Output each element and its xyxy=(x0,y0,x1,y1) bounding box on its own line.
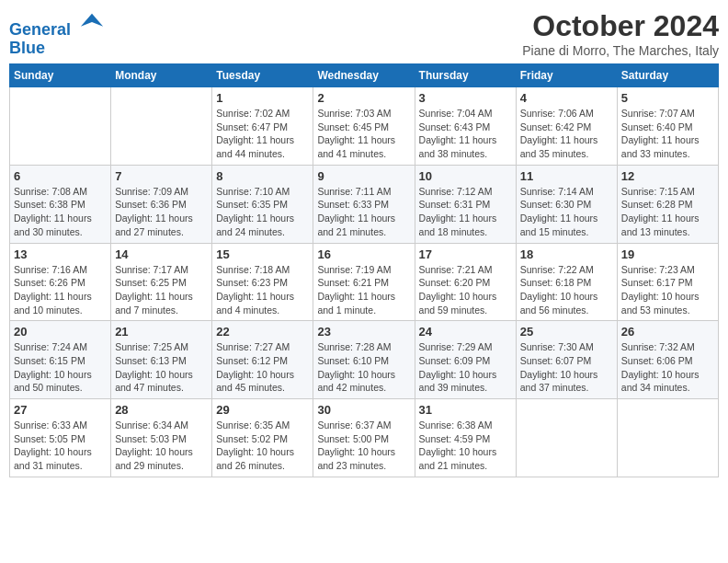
day-info: Sunrise: 6:37 AM Sunset: 5:00 PM Dayligh… xyxy=(317,419,410,473)
calendar-cell: 5Sunrise: 7:07 AM Sunset: 6:40 PM Daylig… xyxy=(617,87,718,166)
day-info: Sunrise: 7:06 AM Sunset: 6:42 PM Dayligh… xyxy=(520,107,613,161)
calendar-cell: 17Sunrise: 7:21 AM Sunset: 6:20 PM Dayli… xyxy=(415,243,516,321)
day-number: 26 xyxy=(621,325,714,339)
logo-text-general: General xyxy=(9,20,71,39)
calendar-cell: 29Sunrise: 6:35 AM Sunset: 5:02 PM Dayli… xyxy=(212,399,313,477)
day-info: Sunrise: 6:38 AM Sunset: 4:59 PM Dayligh… xyxy=(419,419,512,473)
calendar-cell: 27Sunrise: 6:33 AM Sunset: 5:05 PM Dayli… xyxy=(10,399,111,477)
day-number: 4 xyxy=(520,91,613,105)
calendar-cell: 1Sunrise: 7:02 AM Sunset: 6:47 PM Daylig… xyxy=(212,87,313,166)
calendar-cell: 21Sunrise: 7:25 AM Sunset: 6:13 PM Dayli… xyxy=(111,321,212,399)
day-number: 8 xyxy=(216,169,309,183)
calendar-cell: 30Sunrise: 6:37 AM Sunset: 5:00 PM Dayli… xyxy=(313,399,415,477)
day-number: 20 xyxy=(14,325,107,339)
calendar-week-row: 27Sunrise: 6:33 AM Sunset: 5:05 PM Dayli… xyxy=(10,399,719,477)
day-info: Sunrise: 7:23 AM Sunset: 6:17 PM Dayligh… xyxy=(621,263,714,317)
day-number: 21 xyxy=(115,325,208,339)
logo-bird-icon xyxy=(79,9,105,35)
weekday-header-thursday: Thursday xyxy=(415,64,516,87)
day-number: 15 xyxy=(216,247,309,261)
day-number: 11 xyxy=(520,169,613,183)
weekday-header-wednesday: Wednesday xyxy=(313,64,415,87)
calendar-cell: 23Sunrise: 7:28 AM Sunset: 6:10 PM Dayli… xyxy=(313,321,415,399)
day-number: 2 xyxy=(317,91,410,105)
day-number: 9 xyxy=(317,169,410,183)
day-info: Sunrise: 7:32 AM Sunset: 6:06 PM Dayligh… xyxy=(621,340,714,395)
day-info: Sunrise: 7:24 AM Sunset: 6:15 PM Dayligh… xyxy=(14,340,107,395)
calendar-cell: 7Sunrise: 7:09 AM Sunset: 6:36 PM Daylig… xyxy=(111,165,212,243)
day-info: Sunrise: 7:22 AM Sunset: 6:18 PM Dayligh… xyxy=(520,263,613,317)
weekday-header-tuesday: Tuesday xyxy=(212,64,313,87)
month-title: October 2024 xyxy=(522,9,719,43)
day-number: 6 xyxy=(14,169,107,183)
calendar-table: SundayMondayTuesdayWednesdayThursdayFrid… xyxy=(9,63,719,477)
day-info: Sunrise: 7:04 AM Sunset: 6:43 PM Dayligh… xyxy=(419,107,512,161)
day-info: Sunrise: 6:34 AM Sunset: 5:03 PM Dayligh… xyxy=(115,419,208,473)
calendar-cell: 6Sunrise: 7:08 AM Sunset: 6:38 PM Daylig… xyxy=(10,165,111,243)
day-number: 10 xyxy=(419,169,512,183)
day-number: 28 xyxy=(115,403,208,417)
calendar-cell: 26Sunrise: 7:32 AM Sunset: 6:06 PM Dayli… xyxy=(617,321,718,399)
day-info: Sunrise: 6:33 AM Sunset: 5:05 PM Dayligh… xyxy=(14,419,107,473)
day-info: Sunrise: 7:08 AM Sunset: 6:38 PM Dayligh… xyxy=(14,185,107,239)
day-info: Sunrise: 7:07 AM Sunset: 6:40 PM Dayligh… xyxy=(621,107,714,161)
day-info: Sunrise: 7:14 AM Sunset: 6:30 PM Dayligh… xyxy=(520,185,613,239)
day-info: Sunrise: 7:10 AM Sunset: 6:35 PM Dayligh… xyxy=(216,185,309,239)
day-number: 29 xyxy=(216,403,309,417)
day-info: Sunrise: 7:25 AM Sunset: 6:13 PM Dayligh… xyxy=(115,340,208,395)
day-number: 27 xyxy=(14,403,107,417)
day-number: 19 xyxy=(621,247,714,261)
day-number: 12 xyxy=(621,169,714,183)
calendar-cell: 4Sunrise: 7:06 AM Sunset: 6:42 PM Daylig… xyxy=(516,87,617,166)
calendar-cell: 10Sunrise: 7:12 AM Sunset: 6:31 PM Dayli… xyxy=(415,165,516,243)
calendar-cell: 9Sunrise: 7:11 AM Sunset: 6:33 PM Daylig… xyxy=(313,165,415,243)
calendar-week-row: 6Sunrise: 7:08 AM Sunset: 6:38 PM Daylig… xyxy=(10,165,719,243)
day-info: Sunrise: 7:11 AM Sunset: 6:33 PM Dayligh… xyxy=(317,185,410,239)
calendar-header-row: SundayMondayTuesdayWednesdayThursdayFrid… xyxy=(10,64,719,87)
day-info: Sunrise: 7:27 AM Sunset: 6:12 PM Dayligh… xyxy=(216,340,309,395)
svg-marker-0 xyxy=(81,14,103,27)
day-number: 7 xyxy=(115,169,208,183)
day-number: 24 xyxy=(419,325,512,339)
day-number: 3 xyxy=(419,91,512,105)
day-number: 22 xyxy=(216,325,309,339)
day-info: Sunrise: 7:02 AM Sunset: 6:47 PM Dayligh… xyxy=(216,107,309,161)
logo: General Blue xyxy=(9,9,105,58)
calendar-cell: 24Sunrise: 7:29 AM Sunset: 6:09 PM Dayli… xyxy=(415,321,516,399)
location: Piane di Morro, The Marches, Italy xyxy=(522,43,719,58)
title-section: October 2024 Piane di Morro, The Marches… xyxy=(522,9,719,58)
calendar-cell: 25Sunrise: 7:30 AM Sunset: 6:07 PM Dayli… xyxy=(516,321,617,399)
calendar-cell: 3Sunrise: 7:04 AM Sunset: 6:43 PM Daylig… xyxy=(415,87,516,166)
calendar-cell: 20Sunrise: 7:24 AM Sunset: 6:15 PM Dayli… xyxy=(10,321,111,399)
calendar-cell: 18Sunrise: 7:22 AM Sunset: 6:18 PM Dayli… xyxy=(516,243,617,321)
day-info: Sunrise: 7:30 AM Sunset: 6:07 PM Dayligh… xyxy=(520,340,613,395)
day-number: 23 xyxy=(317,325,410,339)
calendar-week-row: 13Sunrise: 7:16 AM Sunset: 6:26 PM Dayli… xyxy=(10,243,719,321)
calendar-cell: 12Sunrise: 7:15 AM Sunset: 6:28 PM Dayli… xyxy=(617,165,718,243)
calendar-cell: 13Sunrise: 7:16 AM Sunset: 6:26 PM Dayli… xyxy=(10,243,111,321)
day-info: Sunrise: 7:18 AM Sunset: 6:23 PM Dayligh… xyxy=(216,263,309,317)
day-number: 17 xyxy=(419,247,512,261)
day-number: 13 xyxy=(14,247,107,261)
calendar-cell xyxy=(111,87,212,166)
day-info: Sunrise: 7:12 AM Sunset: 6:31 PM Dayligh… xyxy=(419,185,512,239)
day-info: Sunrise: 7:16 AM Sunset: 6:26 PM Dayligh… xyxy=(14,263,107,317)
calendar-week-row: 1Sunrise: 7:02 AM Sunset: 6:47 PM Daylig… xyxy=(10,87,719,166)
day-info: Sunrise: 7:29 AM Sunset: 6:09 PM Dayligh… xyxy=(419,340,512,395)
calendar-cell xyxy=(617,399,718,477)
day-info: Sunrise: 6:35 AM Sunset: 5:02 PM Dayligh… xyxy=(216,419,309,473)
day-info: Sunrise: 7:28 AM Sunset: 6:10 PM Dayligh… xyxy=(317,340,410,395)
day-number: 18 xyxy=(520,247,613,261)
day-number: 14 xyxy=(115,247,208,261)
calendar-cell: 14Sunrise: 7:17 AM Sunset: 6:25 PM Dayli… xyxy=(111,243,212,321)
day-info: Sunrise: 7:09 AM Sunset: 6:36 PM Dayligh… xyxy=(115,185,208,239)
day-info: Sunrise: 7:19 AM Sunset: 6:21 PM Dayligh… xyxy=(317,263,410,317)
day-number: 16 xyxy=(317,247,410,261)
day-number: 30 xyxy=(317,403,410,417)
day-info: Sunrise: 7:17 AM Sunset: 6:25 PM Dayligh… xyxy=(115,263,208,317)
day-info: Sunrise: 7:03 AM Sunset: 6:45 PM Dayligh… xyxy=(317,107,410,161)
day-info: Sunrise: 7:15 AM Sunset: 6:28 PM Dayligh… xyxy=(621,185,714,239)
day-number: 1 xyxy=(216,91,309,105)
page-header: General Blue October 2024 Piane di Morro… xyxy=(9,9,719,58)
calendar-cell: 2Sunrise: 7:03 AM Sunset: 6:45 PM Daylig… xyxy=(313,87,415,166)
